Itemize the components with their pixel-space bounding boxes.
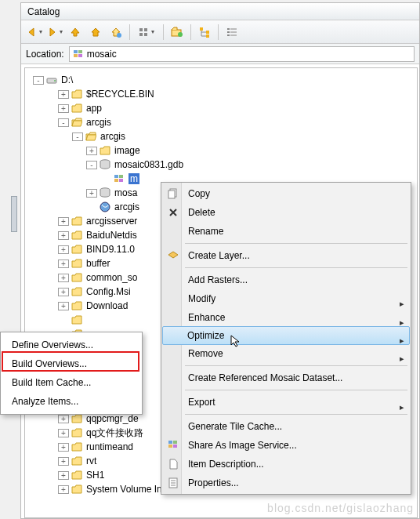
blank-icon (166, 310, 180, 325)
svg-rect-13 (230, 31, 237, 33)
expand-toggle[interactable]: + (58, 90, 69, 99)
menu-item[interactable]: Properties... (163, 474, 409, 492)
tree-row[interactable]: +$RECYCLE.BIN (25, 87, 417, 101)
svg-rect-32 (173, 441, 177, 444)
menu-item[interactable]: Optimize (162, 326, 410, 345)
drive-icon (45, 74, 58, 85)
folder-open-icon (85, 131, 97, 142)
toolbar-separator (129, 24, 130, 40)
tree-label: arcgis (100, 131, 125, 142)
menu-item[interactable]: Modify (163, 289, 409, 308)
home-alt-button[interactable] (107, 24, 125, 41)
tree-row[interactable]: +app (25, 101, 417, 115)
dock-handle[interactable] (11, 196, 17, 232)
up-button[interactable] (67, 24, 84, 41)
expand-toggle[interactable]: + (58, 302, 69, 310)
home-button[interactable] (87, 24, 104, 41)
folder-icon (71, 300, 83, 311)
expand-toggle[interactable]: + (58, 104, 69, 113)
gdb-icon (99, 187, 111, 198)
expand-toggle[interactable]: + (86, 189, 97, 198)
expand-toggle[interactable]: + (58, 274, 69, 282)
forward-button[interactable] (46, 24, 63, 41)
expand-toggle[interactable]: + (58, 485, 69, 494)
svg-rect-17 (78, 50, 82, 53)
folder-icon (71, 272, 83, 283)
tree-label: SH1 (86, 470, 104, 481)
submenu-item[interactable]: Analyze Items... (1, 392, 142, 411)
blank-icon (166, 419, 180, 434)
toolbar-separator (163, 24, 164, 40)
menu-item[interactable]: Copy (163, 184, 409, 203)
tree-row[interactable]: +image (25, 143, 417, 158)
list-button[interactable] (223, 24, 241, 41)
menu-separator (185, 243, 407, 244)
tree-row[interactable]: -mosaic0831.gdb (25, 158, 417, 172)
delete-icon (166, 205, 180, 220)
svg-rect-1 (139, 28, 143, 31)
menu-item[interactable]: Item Description... (163, 455, 409, 474)
expand-toggle[interactable]: + (58, 429, 69, 437)
location-field[interactable]: mosaic (69, 46, 415, 62)
expand-toggle[interactable]: + (86, 147, 97, 155)
folder-connect-button[interactable] (168, 24, 186, 41)
highlight-box (2, 351, 139, 372)
menu-item[interactable]: Generate Tile Cache... (163, 417, 409, 436)
tree-row[interactable]: -arcgis (25, 129, 417, 143)
menu-item[interactable]: Create Referenced Mosaic Dataset... (163, 368, 409, 387)
menu-item[interactable]: Export (163, 393, 409, 412)
mxd-icon (99, 201, 111, 212)
folder-icon (71, 103, 83, 114)
expand-toggle[interactable]: - (33, 76, 44, 85)
expand-toggle[interactable]: + (58, 415, 69, 423)
expand-toggle[interactable]: + (58, 443, 69, 452)
tree-label: arcgisserver (86, 216, 137, 227)
expand-toggle[interactable]: + (58, 245, 69, 254)
back-button[interactable] (26, 24, 43, 41)
folder-icon (71, 258, 83, 269)
menu-item[interactable]: Share As Image Service... (163, 436, 409, 455)
expand-toggle[interactable]: + (58, 457, 69, 466)
expand-toggle[interactable]: + (58, 217, 69, 226)
toolbar-separator (218, 24, 219, 40)
menu-item-label: Copy (188, 188, 210, 199)
menu-item[interactable]: Create Layer... (163, 246, 409, 265)
folder-icon (99, 145, 111, 156)
expand-toggle[interactable]: - (72, 132, 83, 141)
gdb-icon (99, 159, 111, 170)
svg-rect-30 (168, 191, 175, 198)
folder-open-icon (71, 117, 83, 128)
tree-label: buffer (86, 258, 110, 269)
blank-icon (166, 273, 180, 287)
tree-label: mosa (114, 187, 137, 198)
tree-label: arcgis (86, 117, 111, 128)
menu-item-label: Enhance (188, 312, 225, 323)
tree-toggle-button[interactable] (196, 24, 213, 41)
expand-toggle[interactable]: + (58, 288, 69, 296)
tree-root[interactable]: - D:\ (25, 73, 417, 87)
optimize-submenu: Define Overviews...Build Overviews...Bui… (0, 332, 143, 415)
menu-item[interactable]: Rename (163, 222, 409, 241)
blank-icon (166, 224, 180, 238)
submenu-item[interactable]: Build Item Cache... (1, 373, 142, 392)
svg-rect-14 (227, 34, 230, 36)
expand-toggle[interactable]: + (58, 471, 69, 480)
menu-item-label: Export (188, 397, 215, 408)
svg-rect-18 (74, 54, 78, 57)
menu-item-label: Remove (188, 348, 223, 359)
tree-row[interactable]: -arcgis (25, 115, 417, 129)
view-mode-button[interactable] (135, 24, 158, 41)
menu-item[interactable]: Remove (163, 344, 409, 363)
expand-toggle[interactable]: - (58, 118, 69, 127)
menu-item[interactable]: Add Rasters... (163, 270, 409, 289)
menu-item[interactable]: Delete (163, 203, 409, 222)
expand-toggle[interactable]: + (58, 260, 69, 268)
doc-icon (166, 457, 180, 471)
expand-toggle[interactable]: + (58, 231, 69, 240)
menu-item[interactable]: Enhance (163, 308, 409, 327)
menu-item-label: Rename (188, 226, 223, 237)
tree-label: qq文件接收路 (86, 426, 143, 440)
blank-icon (166, 371, 180, 385)
expand-toggle[interactable]: - (86, 161, 97, 169)
tree-label: arcgis (114, 201, 139, 212)
